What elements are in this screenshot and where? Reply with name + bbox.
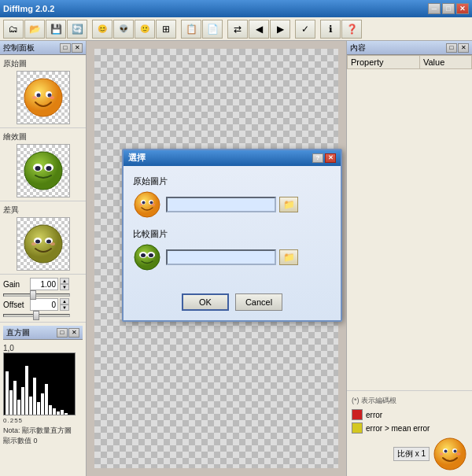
svg-point-37 (457, 452, 461, 456)
help-button[interactable]: ❓ (341, 20, 362, 39)
svg-point-11 (46, 166, 51, 171)
source-section-label: 原始圖片 (133, 175, 331, 187)
right-panel: 內容 □ ✕ Property Value (*) 表示編碼根 error er… (346, 41, 472, 476)
gain-offset-section: Gain ▲ ▼ Offset ▲ ▼ (0, 275, 86, 323)
histogram-float-button[interactable]: □ (57, 328, 68, 338)
maximize-button[interactable]: □ (442, 3, 455, 14)
gain-slider-thumb[interactable] (30, 290, 36, 300)
svg-point-26 (135, 245, 160, 270)
info-button[interactable]: ℹ (320, 20, 341, 39)
offset-slider[interactable] (3, 314, 70, 317)
open2-button[interactable]: 📂 (24, 20, 45, 39)
panel-float-button[interactable]: □ (60, 43, 71, 53)
ok-button[interactable]: OK (182, 293, 229, 311)
diff-thumbnail (17, 217, 70, 271)
compare-thumb (133, 243, 161, 271)
svg-point-19 (135, 192, 160, 217)
histogram-y-label: 1,0 (3, 344, 14, 352)
cancel-button[interactable]: Cancel (235, 293, 282, 311)
check-button[interactable]: ✓ (295, 20, 315, 39)
offset-down-button[interactable]: ▼ (60, 304, 69, 311)
compare-folder-button[interactable]: 📁 (279, 249, 298, 265)
compare-row: 📁 (133, 243, 331, 271)
diff-section: 差異 (0, 201, 86, 275)
diff-label: 差異 (3, 205, 19, 216)
title-bar-buttons: ─ □ ✕ (428, 3, 469, 14)
zoom-label: 比例 x 1 (393, 447, 430, 461)
paste-button[interactable]: 📄 (202, 20, 223, 39)
image2-button[interactable]: 👽 (113, 20, 134, 39)
svg-point-3 (36, 94, 40, 98)
source-input-area: 📁 (166, 197, 331, 212)
svg-point-34 (444, 450, 448, 453)
image1-button[interactable]: 😊 (92, 20, 112, 39)
offset-input[interactable] (30, 298, 58, 311)
compare-section: 繪效圖 (0, 128, 86, 201)
right-panel-close-button[interactable]: ✕ (458, 43, 469, 53)
dialog-title-bar: 選擇 ? ✕ (124, 150, 341, 166)
open-button[interactable]: 🗂 (3, 20, 24, 39)
legend-mean-error-item: error > mean error (352, 422, 467, 434)
legend-error-item: error (352, 409, 467, 420)
swap-button[interactable]: ⇄ (227, 20, 248, 39)
gain-input[interactable] (30, 278, 58, 290)
panel-header-buttons: □ ✕ (60, 43, 83, 53)
svg-point-10 (35, 166, 40, 171)
dialog-close-button[interactable]: ✕ (325, 153, 336, 163)
svg-point-15 (35, 240, 40, 244)
original-section: 原始圖 (0, 55, 86, 128)
forward-button[interactable]: ▶ (270, 20, 290, 39)
back-button[interactable]: ◀ (249, 20, 269, 39)
copy-button[interactable]: 📋 (181, 20, 201, 39)
main-layout: 控制面板 □ ✕ 原始圖 (0, 41, 472, 476)
source-row: 📁 (133, 190, 331, 219)
right-panel-float-button[interactable]: □ (446, 43, 457, 53)
dialog-buttons: OK Cancel (124, 290, 341, 320)
source-folder-button[interactable]: 📁 (279, 197, 298, 212)
offset-slider-thumb[interactable] (33, 311, 39, 320)
panel-close-button[interactable]: ✕ (72, 43, 83, 53)
value-col-header: Value (419, 56, 471, 69)
svg-point-24 (139, 203, 142, 205)
compare-section-label: 比較圖片 (133, 228, 331, 240)
gain-slider[interactable] (3, 293, 70, 297)
gain-slider-row (3, 292, 83, 298)
compare-input-area: 📁 (166, 249, 331, 265)
diff-button[interactable]: 🙂 (135, 20, 155, 39)
smiley-diff-icon (23, 223, 64, 264)
right-panel-header: 內容 □ ✕ (347, 41, 472, 55)
svg-point-0 (24, 79, 62, 116)
close-button[interactable]: ✕ (456, 3, 469, 14)
property-col-header: Property (348, 56, 420, 69)
property-table: Property Value (347, 55, 472, 69)
gain-spinner: ▲ ▼ (60, 278, 69, 290)
compare-path-input[interactable] (166, 249, 276, 265)
compare-smiley-icon (133, 243, 161, 271)
svg-point-5 (32, 96, 37, 99)
svg-point-29 (141, 253, 146, 257)
grid-button[interactable]: ⊞ (156, 20, 176, 39)
histogram-close-button[interactable]: ✕ (68, 328, 79, 338)
property-table-header: Property Value (348, 56, 472, 69)
app-title: DiffImg 2.0.2 (3, 4, 54, 13)
histogram-header-buttons: □ ✕ (57, 328, 79, 338)
source-smiley-icon (133, 190, 161, 219)
title-bar: DiffImg 2.0.2 ─ □ ✕ (0, 0, 472, 17)
source-path-input[interactable] (166, 197, 276, 212)
dialog-help-button[interactable]: ? (312, 153, 323, 163)
left-panel-title: 控制面板 (3, 42, 35, 54)
histogram-header: 直方圖 □ ✕ (3, 326, 83, 340)
refresh-button[interactable]: 🔄 (67, 20, 87, 39)
svg-point-25 (152, 203, 155, 205)
gain-up-button[interactable]: ▲ (60, 278, 69, 284)
toolbar: 🗂 📂 💾 🔄 😊 👽 🙂 ⊞ 📋 📄 ⇄ ◀ ▶ ✓ ℹ ❓ (0, 17, 472, 41)
dialog-content: 原始圖片 (124, 166, 341, 290)
minimize-button[interactable]: ─ (428, 3, 441, 14)
gain-down-button[interactable]: ▼ (60, 284, 69, 290)
offset-up-button[interactable]: ▲ (60, 298, 69, 304)
left-panel: 控制面板 □ ✕ 原始圖 (0, 41, 87, 476)
save-button[interactable]: 💾 (46, 20, 66, 39)
offset-row: Offset ▲ ▼ (3, 298, 83, 311)
mean-error-color-swatch (352, 422, 363, 434)
gain-label: Gain (3, 280, 28, 289)
